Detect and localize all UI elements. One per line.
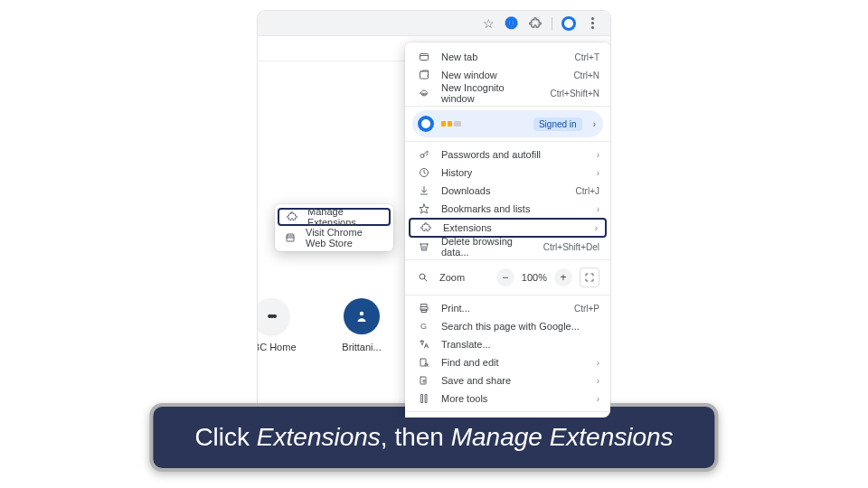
- menu-item-label: New tab: [441, 52, 564, 62]
- menu-item-label: Extensions: [443, 222, 584, 233]
- key-icon: [418, 149, 430, 160]
- banner-emphasis: Manage Extensions: [451, 423, 674, 451]
- menu-item-extensions[interactable]: Extensions ›: [409, 218, 607, 238]
- menu-item-label: Passwords and autofill: [441, 149, 586, 160]
- brittanica-icon: [344, 298, 380, 334]
- banner-text: , then: [381, 423, 451, 451]
- menu-item-label: Translate...: [441, 339, 599, 350]
- menu-item-label: History: [441, 167, 586, 178]
- chevron-right-icon: ›: [597, 358, 599, 368]
- menu-item-bookmarks-and-lists[interactable]: Bookmarks and lists ›: [405, 200, 610, 218]
- extensions-icon[interactable]: [528, 16, 542, 31]
- menu-item-label: Save and share: [441, 375, 586, 386]
- menu-item-label: Find and edit: [441, 357, 586, 368]
- profile-avatar-icon[interactable]: [561, 16, 576, 31]
- menu-item-downloads[interactable]: Downloads Ctrl+J: [405, 182, 610, 200]
- chevron-right-icon: ›: [597, 204, 599, 214]
- keyboard-shortcut: Ctrl+P: [574, 304, 599, 314]
- menu-item-label: Bookmarks and lists: [441, 203, 586, 214]
- shortcut-link[interactable]: Brittani...: [335, 298, 389, 352]
- menu-item-new-incognito-window[interactable]: New Incognito window Ctrl+Shift+N: [405, 84, 610, 102]
- separator: [405, 259, 610, 260]
- browser-toolbar: ☆ ⓿: [258, 11, 610, 36]
- shortcut-link[interactable]: ••• BBC Home: [258, 298, 298, 352]
- share-icon: [418, 375, 430, 386]
- menu-item-label: More tools: [441, 393, 586, 404]
- zoom-value: 100%: [522, 272, 547, 283]
- menu-item-search-this-page-with-google-[interactable]: G Search this page with Google...: [405, 317, 610, 335]
- find-icon: [418, 357, 430, 368]
- ext-icon: [420, 222, 432, 233]
- account-name-placeholder: [441, 121, 461, 127]
- one-password-icon[interactable]: ⓿: [505, 16, 519, 31]
- win-icon: [418, 70, 430, 80]
- g-icon: G: [418, 321, 430, 332]
- menu-item-label: New Incognito window: [441, 82, 540, 104]
- menu-item-label: Search this page with Google...: [441, 321, 599, 332]
- bbc-icon: •••: [258, 298, 289, 334]
- chevron-right-icon: ›: [597, 376, 599, 386]
- submenu-item-manage-extensions[interactable]: Manage Extensions: [278, 208, 391, 226]
- ext-icon: [286, 211, 298, 222]
- menu-item-history[interactable]: History ›: [405, 164, 610, 182]
- svg-marker-9: [420, 204, 429, 213]
- submenu-item-visit-chrome-web-store[interactable]: Visit Chrome Web Store: [275, 228, 393, 248]
- svg-point-0: [360, 312, 364, 316]
- menu-item-label: New window: [441, 70, 562, 80]
- menu-item-new-tab[interactable]: New tab Ctrl+T: [405, 48, 610, 66]
- zoom-out-button[interactable]: −: [496, 268, 514, 286]
- store-icon: [284, 232, 297, 243]
- tools-icon: [418, 393, 430, 404]
- keyboard-shortcut: Ctrl+N: [573, 70, 599, 80]
- tab-icon: [418, 52, 430, 62]
- menu-item-delete-browsing-data-[interactable]: Delete browsing data... Ctrl+Shift+Del: [405, 238, 610, 256]
- extensions-submenu: Manage Extensions Visit Chrome Web Store: [275, 204, 393, 251]
- svg-rect-21: [426, 395, 428, 403]
- menu-item-label: Zoom: [439, 272, 465, 283]
- chevron-right-icon: ›: [593, 119, 596, 129]
- menu-item-more-tools[interactable]: More tools ›: [405, 389, 610, 408]
- keyboard-shortcut: Ctrl+Shift+N: [551, 89, 599, 99]
- star-icon[interactable]: ☆: [481, 16, 495, 31]
- signed-in-badge: Signed in: [533, 117, 582, 131]
- separator: [405, 141, 610, 142]
- menu-item-label: Print...: [441, 303, 563, 314]
- menu-item-save-and-share[interactable]: Save and share ›: [405, 371, 610, 389]
- chevron-right-icon: ›: [597, 150, 599, 160]
- svg-rect-20: [421, 395, 423, 403]
- banner-emphasis: Extensions: [257, 423, 381, 451]
- fullscreen-button[interactable]: [580, 267, 599, 287]
- submenu-item-label: Visit Chrome Web Store: [306, 227, 384, 249]
- dl-icon: [418, 185, 430, 196]
- menu-item-help[interactable]: Help ›: [405, 416, 610, 418]
- separator: [405, 411, 610, 412]
- zoom-in-button[interactable]: +: [554, 268, 572, 286]
- keyboard-shortcut: Ctrl+Shift+Del: [543, 242, 599, 252]
- banner-text: Click: [194, 423, 256, 451]
- ntp-shortcuts: ••• BBC Home Brittani...: [258, 298, 389, 352]
- svg-rect-3: [420, 71, 429, 79]
- menu-item-translate-[interactable]: Translate...: [405, 335, 610, 353]
- chevron-right-icon: ›: [595, 223, 598, 233]
- menu-item-label: Downloads: [441, 185, 565, 196]
- submenu-item-label: Manage Extensions: [307, 206, 382, 228]
- hist-icon: [418, 167, 430, 178]
- shortcut-label: Brittani...: [342, 342, 381, 352]
- menu-item-new-window[interactable]: New window Ctrl+N: [405, 66, 610, 84]
- shortcut-label: BBC Home: [258, 342, 297, 352]
- svg-rect-1: [420, 54, 429, 61]
- chevron-right-icon: ›: [597, 168, 599, 178]
- svg-point-5: [425, 93, 427, 95]
- svg-rect-24: [287, 236, 294, 241]
- menu-item-zoom: Zoom − 100% +: [405, 264, 610, 291]
- star-icon: [418, 203, 430, 214]
- kebab-menu-icon[interactable]: [585, 16, 599, 31]
- chrome-main-menu: New tab Ctrl+T New window Ctrl+N New Inc…: [405, 42, 610, 418]
- svg-point-4: [422, 93, 424, 95]
- account-row[interactable]: Signed in ›: [412, 110, 603, 137]
- menu-item-passwords-and-autofill[interactable]: Passwords and autofill ›: [405, 145, 610, 164]
- menu-item-find-and-edit[interactable]: Find and edit ›: [405, 353, 610, 371]
- separator: [405, 295, 610, 296]
- menu-item-print-[interactable]: Print... Ctrl+P: [405, 299, 610, 317]
- separator: [405, 106, 610, 107]
